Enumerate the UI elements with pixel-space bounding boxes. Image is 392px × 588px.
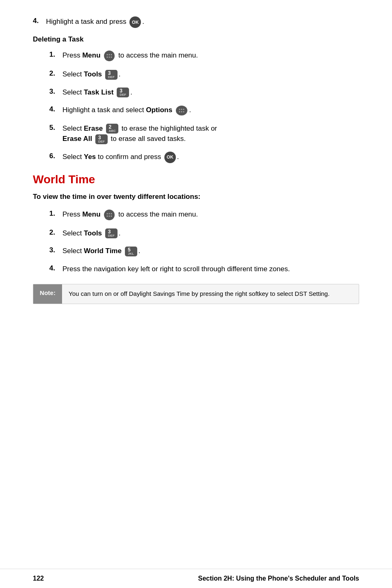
3def-key-wt: 3DEF (105, 228, 118, 238)
svg-point-0 (104, 51, 115, 61)
step-number: 5. (49, 123, 62, 132)
step-number: 4. (49, 105, 62, 113)
wt-step-1: 1. Press Menu to access the main menu. (49, 209, 359, 221)
svg-point-8 (179, 108, 180, 110)
step-number: 3. (49, 246, 62, 254)
deleting-task-heading: Deleting a Task (33, 35, 359, 44)
section-label: Section 2H: Using the Phone's Scheduler … (198, 575, 359, 582)
2abc-key-icon: 2ABC (106, 124, 118, 134)
step-text: Select Erase 2ABC to erase the highlight… (62, 123, 359, 144)
svg-point-15 (107, 213, 108, 214)
wt-step-4: 4. Press the navigation key left or righ… (49, 264, 359, 274)
5jkl-key-wt: 5JKL (125, 247, 137, 256)
svg-point-18 (107, 215, 108, 217)
delete-step-2: 2. Select Tools 3DEF . (49, 69, 359, 80)
step-number: 4. (49, 264, 62, 272)
ok-key-icon-2: OK (164, 152, 176, 163)
options-key-icon (175, 105, 188, 116)
step-number: 1. (49, 50, 62, 59)
svg-point-13 (183, 111, 184, 112)
svg-point-3 (111, 54, 112, 55)
step-text: Select Tools 3DEF . (62, 69, 359, 80)
3def-key-icon-3: 3DEF (95, 134, 108, 144)
world-time-section: World Time To view the time in over twen… (33, 173, 359, 304)
svg-point-17 (111, 213, 112, 214)
svg-point-11 (179, 111, 180, 112)
step-number: 4. (33, 16, 46, 25)
page-footer: 122 Section 2H: Using the Phone's Schedu… (0, 569, 392, 588)
note-label: Note: (33, 284, 62, 304)
note-box: Note: You can turn on or off Daylight Sa… (33, 284, 359, 304)
wt-step-2: 2. Select Tools 3DEF . (49, 228, 359, 239)
wt-step-3: 3. Select World Time 5JKL . (49, 246, 359, 256)
delete-step-5: 5. Select Erase 2ABC to erase the highli… (49, 123, 359, 144)
svg-point-2 (109, 54, 110, 55)
step-number: 2. (49, 69, 62, 78)
svg-point-6 (111, 57, 112, 58)
step-text: Select World Time 5JKL . (62, 246, 359, 256)
step-text: Select Task List 3DEF . (62, 87, 359, 98)
world-time-subtitle: To view the time in over twenty differen… (33, 193, 359, 201)
svg-point-12 (181, 111, 182, 112)
svg-point-5 (109, 57, 110, 58)
svg-point-14 (104, 210, 115, 220)
svg-point-1 (107, 54, 108, 55)
step-number: 6. (49, 152, 62, 160)
svg-point-16 (109, 213, 110, 214)
step-text: Press Menu to access the main menu. (62, 50, 359, 62)
3def-key-icon: 3DEF (105, 70, 118, 80)
step-number: 2. (49, 228, 62, 237)
svg-point-19 (109, 215, 110, 217)
delete-step-6: 6. Select Yes to confirm and press OK. (49, 152, 359, 163)
step-text: Select Yes to confirm and press OK. (62, 152, 359, 163)
world-time-heading: World Time (33, 173, 359, 186)
svg-point-4 (107, 57, 108, 58)
svg-point-9 (181, 108, 182, 110)
ok-key-icon: OK (129, 16, 141, 28)
menu-key-icon-wt (104, 209, 115, 221)
menu-key-icon (104, 50, 115, 62)
step-text: Press the navigation key left or right t… (62, 264, 359, 274)
delete-step-1: 1. Press Menu to access the main menu. (49, 50, 359, 62)
svg-point-10 (183, 108, 184, 110)
step-text: Press Menu to access the main menu. (62, 209, 359, 221)
delete-step-4: 4. Highlight a task and select Options . (49, 105, 359, 116)
step-text: Highlight a task and press OK. (46, 16, 359, 28)
svg-point-20 (111, 215, 112, 217)
step-text: Highlight a task and select Options . (62, 105, 359, 116)
note-text: You can turn on or off Daylight Savings … (62, 284, 336, 304)
intro-step-4: 4. Highlight a task and press OK. (33, 16, 359, 28)
step-number: 3. (49, 87, 62, 96)
delete-step-3: 3. Select Task List 3DEF . (49, 87, 359, 98)
3def-key-icon-2: 3DEF (117, 88, 129, 97)
page-number: 122 (33, 575, 44, 582)
svg-point-7 (176, 106, 187, 115)
world-time-steps: 1. Press Menu to access the main menu. 2… (49, 209, 359, 274)
step-text: Select Tools 3DEF . (62, 228, 359, 239)
deleting-steps: 1. Press Menu to access the main menu. 2… (49, 50, 359, 163)
step-number: 1. (49, 209, 62, 218)
